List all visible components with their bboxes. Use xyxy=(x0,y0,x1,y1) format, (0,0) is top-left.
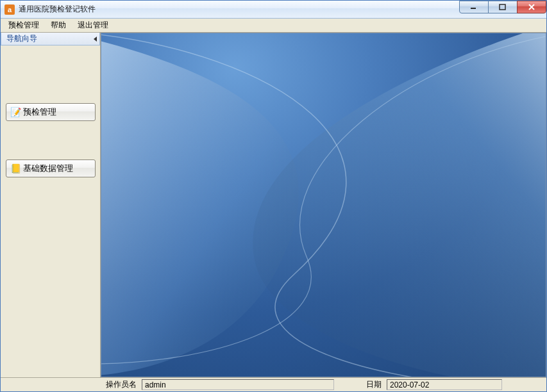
svg-rect-0 xyxy=(471,8,476,9)
nav-base-data-button[interactable]: 📒 基础数据管理 xyxy=(6,159,96,177)
main-canvas xyxy=(101,33,546,377)
app-icon: a xyxy=(4,4,15,15)
ledger-icon: 📒 xyxy=(10,163,21,174)
menu-pre-check[interactable]: 预检管理 xyxy=(3,19,44,32)
body: 导航向导 📝 预检管理 📒 基础数据管理 xyxy=(1,33,546,377)
maximize-button[interactable] xyxy=(488,1,518,13)
nav-pre-check-button[interactable]: 📝 预检管理 xyxy=(6,103,96,121)
background-wave-icon xyxy=(101,33,546,377)
nav-label: 预检管理 xyxy=(23,106,56,118)
sidebar: 导航向导 📝 预检管理 📒 基础数据管理 xyxy=(1,33,101,377)
window-title: 通用医院预检登记软件 xyxy=(19,4,96,15)
minimize-button[interactable] xyxy=(459,1,489,13)
sidebar-header: 导航向导 xyxy=(1,33,100,45)
menu-exit[interactable]: 退出管理 xyxy=(72,19,114,32)
sidebar-title: 导航向导 xyxy=(6,33,37,44)
operator-label: 操作员名 xyxy=(105,379,138,390)
app-window: a 通用医院预检登记软件 预检管理 帮助 退出管理 导航向导 xyxy=(0,0,547,392)
close-button[interactable] xyxy=(517,1,546,13)
statusbar: 操作员名 admin 日期 2020-07-02 xyxy=(1,377,546,391)
titlebar: a 通用医院预检登记软件 xyxy=(1,1,546,19)
operator-field: admin xyxy=(142,379,334,390)
date-field: 2020-07-02 xyxy=(387,379,502,390)
menu-help[interactable]: 帮助 xyxy=(46,19,71,32)
menubar: 预检管理 帮助 退出管理 xyxy=(1,19,546,33)
date-label: 日期 xyxy=(365,379,383,390)
sidebar-body: 📝 预检管理 📒 基础数据管理 xyxy=(1,45,100,377)
svg-rect-1 xyxy=(500,4,505,10)
collapse-left-icon[interactable] xyxy=(94,37,97,42)
nav-label: 基础数据管理 xyxy=(23,163,73,174)
window-controls xyxy=(460,1,546,13)
document-edit-icon: 📝 xyxy=(10,107,21,117)
